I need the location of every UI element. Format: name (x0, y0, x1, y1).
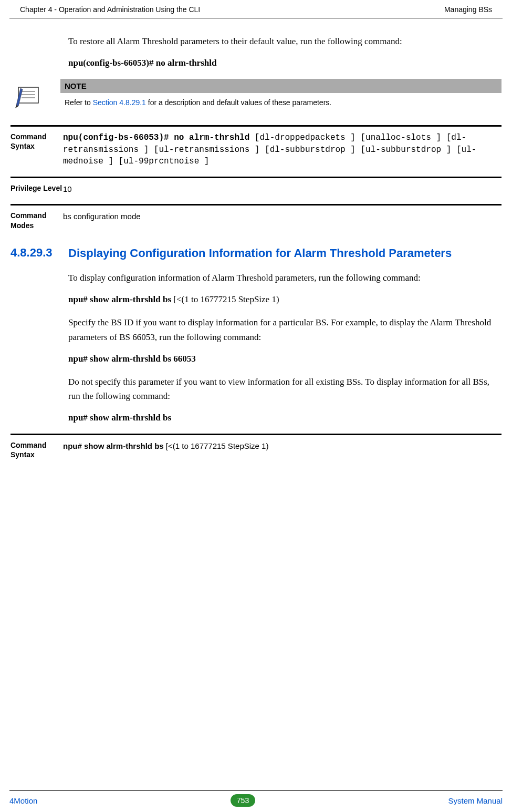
section-number: 4.8.29.3 (11, 246, 68, 260)
cmd1-bold: npu# show alrm-thrshld bs (68, 294, 171, 304)
note-suffix: for a description and default values of … (146, 98, 331, 107)
entry-label: Command Syntax (11, 132, 63, 151)
note-label: NOTE (60, 79, 501, 93)
intro-text: To restore all Alarm Threshold parameter… (68, 34, 501, 48)
body-p1: To display configuration information of … (68, 271, 501, 285)
privilege-level-row: Privilege Level 10 (11, 177, 501, 194)
section-title: Displaying Configuration Information for… (68, 246, 452, 261)
header-right: Managing BSs (444, 5, 492, 14)
entry-value: npu(config-bs-66053)# no alrm-thrshld [d… (63, 132, 501, 167)
footer-right: System Manual (448, 796, 503, 805)
entry-label: Command Modes (11, 211, 63, 230)
section-heading: 4.8.29.3 Displaying Configuration Inform… (11, 246, 501, 261)
note-prefix: Refer to (65, 98, 93, 107)
entry-value: bs configuration mode (63, 211, 501, 222)
note-text: Refer to Section 4.8.29.1 for a descript… (60, 93, 501, 107)
cmd-rest: [<(1 to 16777215 StepSize 1) (164, 441, 269, 450)
footer-left: 4Motion (9, 796, 37, 805)
body-cmd3: npu# show alrm-thrshld bs (68, 413, 501, 423)
entry-label: Privilege Level (11, 183, 63, 193)
note-block: NOTE Refer to Section 4.8.29.1 for a des… (13, 79, 501, 109)
page-footer: 4Motion 753 System Manual (9, 790, 503, 807)
body-cmd2: npu# show alrm-thrshld bs 66053 (68, 354, 501, 364)
cmd1-rest: [<(1 to 16777215 StepSize 1) (171, 294, 279, 304)
note-icon (13, 83, 45, 109)
note-content: NOTE Refer to Section 4.8.29.1 for a des… (60, 79, 501, 107)
body-p3: Do not specify this parameter if you wan… (68, 375, 501, 403)
intro-command: npu(config-bs-66053)# no alrm-thrshld (68, 58, 501, 68)
command-modes-row: Command Modes bs configuration mode (11, 204, 501, 230)
entry-value: npu# show alrm-thrshld bs [<(1 to 167772… (63, 440, 501, 451)
entry-value: 10 (63, 183, 501, 194)
page-header: Chapter 4 - Operation and Administration… (9, 0, 503, 18)
command-syntax-row-1: Command Syntax npu(config-bs-66053)# no … (11, 125, 501, 167)
page-number: 753 (231, 794, 255, 807)
note-link[interactable]: Section 4.8.29.1 (93, 98, 146, 107)
entry-label: Command Syntax (11, 440, 63, 459)
cmd-bold: npu(config-bs-66053)# no alrm-thrshld (63, 133, 249, 142)
main-content: To restore all Alarm Threshold parameter… (0, 18, 512, 460)
body-p2: Specify the BS ID if you want to display… (68, 315, 501, 344)
command-syntax-row-2: Command Syntax npu# show alrm-thrshld bs… (11, 434, 501, 459)
body-cmd1: npu# show alrm-thrshld bs [<(1 to 167772… (68, 294, 501, 305)
header-left: Chapter 4 - Operation and Administration… (20, 5, 200, 14)
cmd-bold: npu# show alrm-thrshld bs (63, 441, 164, 450)
